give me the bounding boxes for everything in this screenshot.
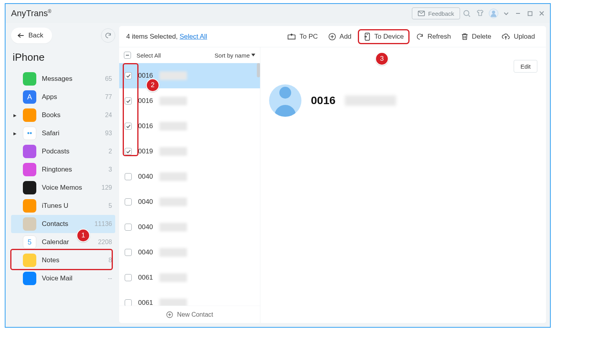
sidebar-item-podcasts[interactable]: Podcasts2 <box>11 142 115 161</box>
refresh-icon <box>416 33 424 41</box>
select-all-label: Select All <box>137 52 161 59</box>
expand-arrow[interactable]: ▶ <box>13 113 17 118</box>
scrollbar[interactable] <box>257 63 260 77</box>
close-button[interactable] <box>537 9 546 18</box>
contact-id: 0061 <box>138 299 153 306</box>
sidebar-item-label: Podcasts <box>42 147 103 155</box>
contact-checkbox[interactable] <box>125 173 132 180</box>
arrow-left-icon <box>17 33 24 38</box>
contact-id: 0019 <box>138 147 153 155</box>
calendar-icon: 5 <box>23 235 36 249</box>
refresh-label: Refresh <box>427 33 451 41</box>
list-header: Select All Sort by name <box>119 47 260 63</box>
books-icon <box>23 108 36 122</box>
sidebar-item-itunes-u[interactable]: iTunes U5 <box>11 197 115 215</box>
trademark: ® <box>48 9 51 14</box>
sort-dropdown[interactable]: Sort by name <box>215 52 255 59</box>
itunes-u-icon <box>23 199 36 213</box>
new-contact-button[interactable]: New Contact <box>119 306 260 323</box>
contact-row[interactable]: 0016 <box>119 63 260 88</box>
contact-checkbox[interactable] <box>125 224 132 231</box>
contact-name-blur <box>159 223 187 231</box>
refresh-icon-button[interactable] <box>101 28 115 43</box>
contact-id: 0040 <box>138 173 153 181</box>
to-device-button[interactable]: To Device <box>358 29 410 44</box>
contact-row[interactable]: 0019 <box>119 139 260 164</box>
tshirt-icon[interactable] <box>475 8 486 19</box>
to-pc-icon <box>287 33 296 40</box>
sidebar-item-ringtones[interactable]: Ringtones3 <box>11 161 115 179</box>
sidebar-item-messages[interactable]: Messages65 <box>11 70 115 88</box>
notes-icon <box>23 254 36 267</box>
sidebar-item-voice-memos[interactable]: Voice Memos129 <box>11 179 115 197</box>
sidebar-item-apps[interactable]: AApps77 <box>11 88 115 106</box>
mail-icon <box>418 11 425 16</box>
to-device-label: To Device <box>374 33 404 41</box>
toolbar: 4 items Selected, Select All To PC Add T… <box>119 26 546 47</box>
contact-checkbox[interactable] <box>125 299 132 306</box>
sort-label: Sort by name <box>215 52 250 59</box>
sidebar-item-notes[interactable]: Notes8 <box>11 251 115 269</box>
selected-count: 4 items Selected, <box>126 33 180 40</box>
sidebar-item-label: Apps <box>42 93 99 101</box>
contact-name-blur <box>159 248 187 257</box>
contact-id: 0040 <box>138 223 153 231</box>
cloud-upload-icon <box>501 33 510 40</box>
contact-name-blur <box>159 71 187 80</box>
selection-status: 4 items Selected, Select All <box>126 33 207 41</box>
add-button[interactable]: Add <box>324 30 355 43</box>
contact-checkbox[interactable] <box>125 148 132 155</box>
contact-row[interactable]: 0040 <box>119 189 260 215</box>
sidebar-item-label: Books <box>42 111 99 119</box>
select-all-link[interactable]: Select All <box>180 33 207 40</box>
contact-name-blur <box>159 122 187 131</box>
contact-row[interactable]: 0061 <box>119 290 260 306</box>
contact-row[interactable]: 0061 <box>119 265 260 290</box>
contact-row[interactable]: 0040 <box>119 215 260 240</box>
contact-checkbox[interactable] <box>125 274 132 281</box>
add-label: Add <box>340 33 352 41</box>
minimize-button[interactable] <box>513 9 523 18</box>
contact-name-blur <box>159 97 187 105</box>
sidebar-item-safari[interactable]: ▶••Safari93 <box>11 124 115 142</box>
contact-id: 0016 <box>138 97 153 105</box>
ringtones-icon <box>23 163 36 176</box>
sidebar-item-voice-mail[interactable]: Voice Mail-- <box>11 269 115 287</box>
expand-arrow[interactable]: ▶ <box>13 131 17 136</box>
sidebar-item-label: Messages <box>42 75 99 83</box>
sidebar-item-count: 2208 <box>98 239 112 246</box>
contact-row[interactable]: 0016 <box>119 88 260 114</box>
user-avatar[interactable] <box>488 8 499 19</box>
list-body[interactable]: 0016001600160019004000400040004000610061 <box>119 63 260 306</box>
sidebar-item-contacts[interactable]: Contacts11136 <box>11 215 115 233</box>
delete-label: Delete <box>472 33 491 41</box>
search-icon[interactable] <box>461 8 472 19</box>
sidebar-item-count: 65 <box>105 75 112 82</box>
contact-checkbox[interactable] <box>125 97 132 105</box>
contact-row[interactable]: 0040 <box>119 164 260 189</box>
sidebar-item-count: 77 <box>105 93 112 101</box>
contact-checkbox[interactable] <box>125 72 132 79</box>
edit-button[interactable]: Edit <box>514 60 537 73</box>
sidebar-item-label: Voice Mail <box>42 274 102 282</box>
delete-button[interactable]: Delete <box>457 30 495 43</box>
contact-checkbox[interactable] <box>125 198 132 205</box>
select-all-checkbox[interactable] <box>124 52 131 59</box>
chevron-down-icon[interactable] <box>501 9 511 18</box>
refresh-button[interactable]: Refresh <box>412 30 455 43</box>
sidebar-item-calendar[interactable]: 5Calendar2208 <box>11 233 115 251</box>
contact-row[interactable]: 0040 <box>119 240 260 265</box>
sidebar-item-books[interactable]: ▶Books24 <box>11 106 115 124</box>
contact-checkbox[interactable] <box>125 249 132 256</box>
feedback-button[interactable]: Feedback <box>412 7 460 19</box>
contact-row[interactable]: 0016 <box>119 114 260 139</box>
app-title-text: AnyTrans <box>11 8 48 18</box>
main-panel: 4 items Selected, Select All To PC Add T… <box>119 26 546 323</box>
back-button[interactable]: Back <box>11 28 52 43</box>
contact-id: 0061 <box>138 274 153 282</box>
contact-avatar <box>269 84 301 117</box>
upload-button[interactable]: Upload <box>498 30 539 43</box>
maximize-button[interactable] <box>525 9 535 18</box>
to-pc-button[interactable]: To PC <box>283 30 322 43</box>
contact-checkbox[interactable] <box>125 123 132 130</box>
